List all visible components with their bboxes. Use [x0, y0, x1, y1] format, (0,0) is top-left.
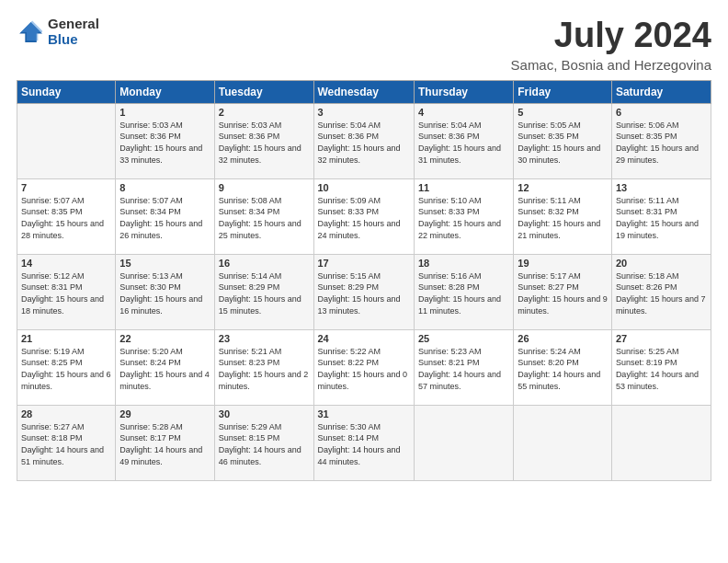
calendar-cell [611, 405, 711, 480]
calendar-cell: 7Sunrise: 5:07 AM Sunset: 8:35 PM Daylig… [17, 178, 116, 254]
calendar-cell: 24Sunrise: 5:22 AM Sunset: 8:22 PM Dayli… [313, 329, 414, 405]
day-number: 3 [318, 107, 410, 118]
title-block: July 2024 Samac, Bosnia and Herzegovina [511, 17, 711, 73]
calendar-cell: 12Sunrise: 5:11 AM Sunset: 8:32 PM Dayli… [514, 178, 612, 254]
svg-marker-1 [21, 20, 42, 40]
day-info: Sunrise: 5:10 AM Sunset: 8:33 PM Dayligh… [418, 195, 509, 241]
day-number: 25 [418, 333, 509, 344]
day-number: 10 [318, 182, 410, 193]
week-row-3: 14Sunrise: 5:12 AM Sunset: 8:31 PM Dayli… [17, 254, 711, 329]
calendar-table: Sunday Monday Tuesday Wednesday Thursday… [17, 80, 711, 481]
calendar-cell: 27Sunrise: 5:25 AM Sunset: 8:19 PM Dayli… [611, 329, 711, 405]
day-info: Sunrise: 5:29 AM Sunset: 8:15 PM Dayligh… [219, 421, 310, 467]
calendar-cell: 16Sunrise: 5:14 AM Sunset: 8:29 PM Dayli… [214, 254, 313, 329]
day-info: Sunrise: 5:03 AM Sunset: 8:36 PM Dayligh… [119, 120, 210, 166]
logo-text: General Blue [48, 17, 99, 47]
calendar-cell: 22Sunrise: 5:20 AM Sunset: 8:24 PM Dayli… [116, 329, 214, 405]
calendar-cell: 25Sunrise: 5:23 AM Sunset: 8:21 PM Dayli… [414, 329, 513, 405]
calendar-cell: 19Sunrise: 5:17 AM Sunset: 8:27 PM Dayli… [514, 254, 612, 329]
day-number: 17 [318, 258, 410, 269]
calendar-cell: 9Sunrise: 5:08 AM Sunset: 8:34 PM Daylig… [214, 178, 313, 254]
location-subtitle: Samac, Bosnia and Herzegovina [511, 57, 711, 73]
day-number: 19 [518, 258, 608, 269]
day-number: 27 [616, 333, 707, 344]
month-year-title: July 2024 [511, 17, 711, 55]
day-number: 15 [119, 258, 210, 269]
calendar-cell: 17Sunrise: 5:15 AM Sunset: 8:29 PM Dayli… [313, 254, 414, 329]
week-row-5: 28Sunrise: 5:27 AM Sunset: 8:18 PM Dayli… [17, 405, 711, 480]
calendar-cell [17, 103, 116, 178]
calendar-cell: 28Sunrise: 5:27 AM Sunset: 8:18 PM Dayli… [17, 405, 116, 480]
day-info: Sunrise: 5:27 AM Sunset: 8:18 PM Dayligh… [21, 421, 111, 467]
calendar-cell [414, 405, 513, 480]
logo-general-text: General [48, 17, 99, 32]
day-info: Sunrise: 5:30 AM Sunset: 8:14 PM Dayligh… [318, 421, 410, 467]
day-number: 12 [518, 182, 608, 193]
col-tuesday: Tuesday [214, 80, 313, 103]
day-info: Sunrise: 5:09 AM Sunset: 8:33 PM Dayligh… [318, 195, 410, 241]
day-info: Sunrise: 5:19 AM Sunset: 8:25 PM Dayligh… [21, 346, 111, 392]
day-number: 30 [219, 408, 310, 419]
day-number: 21 [21, 333, 111, 344]
week-row-1: 1Sunrise: 5:03 AM Sunset: 8:36 PM Daylig… [17, 103, 711, 178]
day-number: 31 [318, 408, 410, 419]
day-info: Sunrise: 5:21 AM Sunset: 8:23 PM Dayligh… [219, 346, 310, 392]
day-number: 2 [219, 107, 310, 118]
day-number: 29 [119, 408, 210, 419]
day-info: Sunrise: 5:07 AM Sunset: 8:35 PM Dayligh… [21, 195, 111, 241]
header-row: Sunday Monday Tuesday Wednesday Thursday… [17, 80, 711, 103]
day-number: 26 [518, 333, 608, 344]
day-info: Sunrise: 5:17 AM Sunset: 8:27 PM Dayligh… [518, 270, 608, 316]
calendar-cell: 23Sunrise: 5:21 AM Sunset: 8:23 PM Dayli… [214, 329, 313, 405]
page: General Blue July 2024 Samac, Bosnia and… [0, 0, 728, 492]
logo: General Blue [17, 17, 99, 47]
day-info: Sunrise: 5:11 AM Sunset: 8:32 PM Dayligh… [518, 195, 608, 241]
day-info: Sunrise: 5:28 AM Sunset: 8:17 PM Dayligh… [119, 421, 210, 467]
calendar-cell: 4Sunrise: 5:04 AM Sunset: 8:36 PM Daylig… [414, 103, 513, 178]
logo-blue-text: Blue [48, 32, 99, 48]
calendar-cell: 29Sunrise: 5:28 AM Sunset: 8:17 PM Dayli… [116, 405, 214, 480]
day-info: Sunrise: 5:12 AM Sunset: 8:31 PM Dayligh… [21, 270, 111, 316]
day-info: Sunrise: 5:25 AM Sunset: 8:19 PM Dayligh… [616, 346, 707, 392]
day-number: 9 [219, 182, 310, 193]
calendar-cell: 31Sunrise: 5:30 AM Sunset: 8:14 PM Dayli… [313, 405, 414, 480]
day-info: Sunrise: 5:13 AM Sunset: 8:30 PM Dayligh… [119, 270, 210, 316]
day-number: 5 [518, 107, 608, 118]
calendar-cell: 10Sunrise: 5:09 AM Sunset: 8:33 PM Dayli… [313, 178, 414, 254]
day-number: 22 [119, 333, 210, 344]
day-number: 6 [616, 107, 707, 118]
col-friday: Friday [514, 80, 612, 103]
day-info: Sunrise: 5:11 AM Sunset: 8:31 PM Dayligh… [616, 195, 707, 241]
day-number: 20 [616, 258, 707, 269]
calendar-cell: 20Sunrise: 5:18 AM Sunset: 8:26 PM Dayli… [611, 254, 711, 329]
day-number: 4 [418, 107, 509, 118]
calendar-cell: 6Sunrise: 5:06 AM Sunset: 8:35 PM Daylig… [611, 103, 711, 178]
day-info: Sunrise: 5:23 AM Sunset: 8:21 PM Dayligh… [418, 346, 509, 392]
day-info: Sunrise: 5:16 AM Sunset: 8:28 PM Dayligh… [418, 270, 509, 316]
day-number: 16 [219, 258, 310, 269]
day-info: Sunrise: 5:08 AM Sunset: 8:34 PM Dayligh… [219, 195, 310, 241]
calendar-cell: 30Sunrise: 5:29 AM Sunset: 8:15 PM Dayli… [214, 405, 313, 480]
day-info: Sunrise: 5:07 AM Sunset: 8:34 PM Dayligh… [119, 195, 210, 241]
col-saturday: Saturday [611, 80, 711, 103]
col-monday: Monday [116, 80, 214, 103]
calendar-cell: 8Sunrise: 5:07 AM Sunset: 8:34 PM Daylig… [116, 178, 214, 254]
day-info: Sunrise: 5:18 AM Sunset: 8:26 PM Dayligh… [616, 270, 707, 316]
day-number: 8 [119, 182, 210, 193]
calendar-cell: 2Sunrise: 5:03 AM Sunset: 8:36 PM Daylig… [214, 103, 313, 178]
day-number: 23 [219, 333, 310, 344]
day-info: Sunrise: 5:22 AM Sunset: 8:22 PM Dayligh… [318, 346, 410, 392]
day-number: 18 [418, 258, 509, 269]
day-number: 1 [119, 107, 210, 118]
day-info: Sunrise: 5:03 AM Sunset: 8:36 PM Dayligh… [219, 120, 310, 166]
calendar-cell: 11Sunrise: 5:10 AM Sunset: 8:33 PM Dayli… [414, 178, 513, 254]
calendar-cell: 1Sunrise: 5:03 AM Sunset: 8:36 PM Daylig… [116, 103, 214, 178]
calendar-cell: 26Sunrise: 5:24 AM Sunset: 8:20 PM Dayli… [514, 329, 612, 405]
calendar-cell: 5Sunrise: 5:05 AM Sunset: 8:35 PM Daylig… [514, 103, 612, 178]
calendar-cell: 13Sunrise: 5:11 AM Sunset: 8:31 PM Dayli… [611, 178, 711, 254]
col-wednesday: Wednesday [313, 80, 414, 103]
day-info: Sunrise: 5:04 AM Sunset: 8:36 PM Dayligh… [418, 120, 509, 166]
week-row-4: 21Sunrise: 5:19 AM Sunset: 8:25 PM Dayli… [17, 329, 711, 405]
day-number: 28 [21, 408, 111, 419]
header: General Blue July 2024 Samac, Bosnia and… [17, 17, 711, 73]
